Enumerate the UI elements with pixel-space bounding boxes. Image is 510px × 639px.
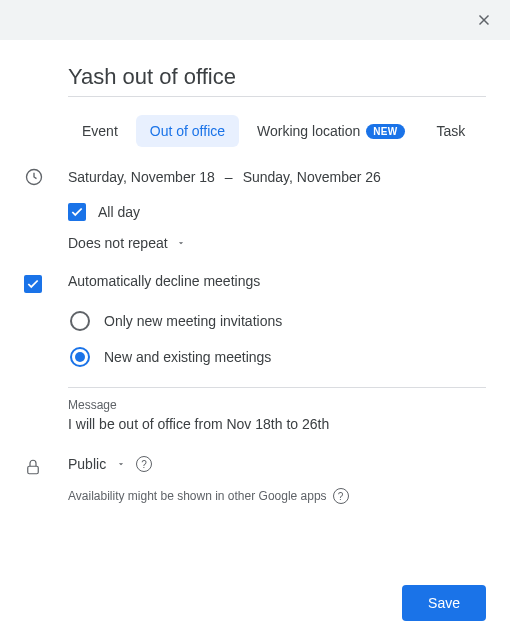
clock-icon <box>24 167 44 187</box>
message-input[interactable]: I will be out of office from Nov 18th to… <box>68 414 486 434</box>
auto-decline-checkbox[interactable] <box>24 275 42 293</box>
tab-working-location[interactable]: Working location NEW <box>243 115 418 147</box>
divider <box>68 387 486 388</box>
event-type-tabs: Event Out of office Working location NEW… <box>68 115 486 147</box>
all-day-checkbox[interactable] <box>68 203 86 221</box>
chevron-down-icon <box>176 238 186 248</box>
all-day-label: All day <box>98 204 140 220</box>
end-date[interactable]: Sunday, November 26 <box>243 169 381 185</box>
tab-out-of-office[interactable]: Out of office <box>136 115 239 147</box>
checkmark-icon <box>70 205 84 219</box>
radio-new-existing[interactable]: New and existing meetings <box>70 339 486 375</box>
dialog-footer: Save <box>402 585 486 621</box>
radio-only-new[interactable]: Only new meeting invitations <box>70 303 486 339</box>
tab-event[interactable]: Event <box>68 115 132 147</box>
message-label: Message <box>68 398 486 412</box>
tab-task[interactable]: Task <box>423 115 480 147</box>
chevron-down-icon <box>116 459 126 469</box>
auto-decline-label: Automatically decline meetings <box>68 273 486 289</box>
date-separator: – <box>225 169 233 185</box>
visibility-label: Public <box>68 456 106 472</box>
date-section: Saturday, November 18 – Sunday, November… <box>24 165 486 251</box>
event-title-input[interactable] <box>68 56 486 97</box>
new-badge: NEW <box>366 124 404 139</box>
visibility-dropdown[interactable]: Public ? <box>68 456 486 472</box>
help-icon[interactable]: ? <box>333 488 349 504</box>
radio-new-existing-label: New and existing meetings <box>104 349 271 365</box>
repeat-label: Does not repeat <box>68 235 168 251</box>
checkmark-icon <box>26 277 40 291</box>
tab-working-location-label: Working location <box>257 123 360 139</box>
close-icon <box>475 11 493 29</box>
start-date[interactable]: Saturday, November 18 <box>68 169 215 185</box>
help-icon[interactable]: ? <box>136 456 152 472</box>
dialog-content: Event Out of office Working location NEW… <box>0 40 510 504</box>
radio-icon-selected <box>70 347 90 367</box>
lock-icon <box>24 458 42 476</box>
auto-decline-section: Automatically decline meetings Only new … <box>24 273 486 434</box>
repeat-dropdown[interactable]: Does not repeat <box>68 235 486 251</box>
radio-only-new-label: Only new meeting invitations <box>104 313 282 329</box>
dialog-header <box>0 0 510 40</box>
close-button[interactable] <box>470 6 498 34</box>
visibility-section: Public ? Availability might be shown in … <box>24 456 486 504</box>
svg-rect-3 <box>28 466 39 474</box>
save-button[interactable]: Save <box>402 585 486 621</box>
radio-icon-unselected <box>70 311 90 331</box>
availability-hint: Availability might be shown in other Goo… <box>68 489 327 503</box>
